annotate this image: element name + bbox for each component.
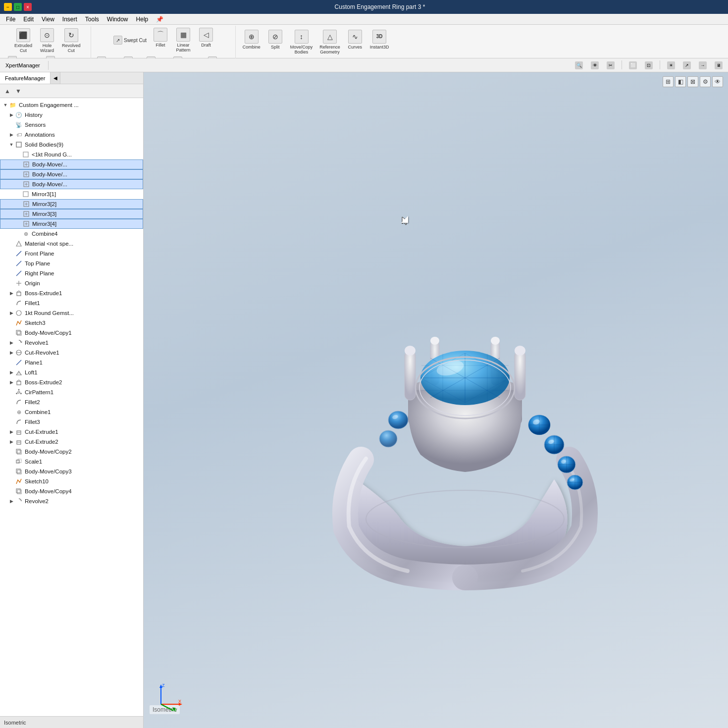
linear-pattern-button[interactable]: ▦ LinearPattern [172,27,194,53]
tree-item-mirror3-1[interactable]: ▶ Mirror3[1] [0,189,143,199]
tree-item-sketch3[interactable]: ▶ Sketch3 [0,318,143,328]
feature-tree[interactable]: ▼ 📁 Custom Engagement ... ▶ 🕐 History ▶ … [0,98,143,716]
view-orientation-button[interactable]: ⊞ [663,76,674,87]
tree-item-body-move-copy1[interactable]: ▶ Body-Move/Copy1 [0,328,143,338]
tree-item-body-move-copy4[interactable]: ▶ Body-Move/Copy4 [0,486,143,496]
history-expand[interactable]: ▶ [8,111,15,118]
tree-item-annotations[interactable]: ▶ 🏷 Annotations [0,130,143,140]
tree-item-mirror3-2[interactable]: ▶ Mirror3[2] [0,199,143,209]
draft-button[interactable]: ◁ Draft [195,27,217,53]
tree-item-body-move2[interactable]: ▶ Body-Move/... [0,169,143,179]
tree-item-1kt-round[interactable]: ▶ 1kt Round Gemst... [0,308,143,318]
combine-button[interactable]: ⊕ Combine [240,29,263,55]
tree-item-front-plane[interactable]: ▶ Front Plane [0,249,143,259]
hole-wizard-button[interactable]: ⊙ HoleWizard [36,27,58,54]
tree-item-material[interactable]: ▶ Material <not spe... [0,239,143,249]
curves-button[interactable]: ∿ Curves [344,29,366,55]
select-tool-button[interactable]: ⬜ [626,60,639,70]
split-button[interactable]: ⊘ Split [264,29,286,55]
feature-manager-tab[interactable]: FeatureManager [0,72,51,84]
tree-item-combine1[interactable]: ▶ ⊕ Combine1 [0,407,143,417]
view-settings-button[interactable]: ⚙ [700,76,711,87]
light-tool-button[interactable]: ☀ [665,60,677,70]
revolve1-expand[interactable]: ▶ [8,339,15,346]
tree-item-right-plane[interactable]: ▶ Right Plane [0,268,143,278]
cut-extrude2-expand[interactable]: ▶ [8,438,15,445]
solid-bodies-expand[interactable]: ▼ [8,141,15,148]
collapse-all-button[interactable]: ▲ [3,87,12,96]
tree-item-fillet2[interactable]: ▶ Fillet2 [0,397,143,407]
menu-pin[interactable]: 📌 [152,15,167,24]
instant3d-button[interactable]: 3D Instant3D [367,29,392,55]
xpert-manager-tab[interactable]: XpertManager [3,61,43,69]
tree-item-revolve1[interactable]: ▶ Revolve1 [0,338,143,348]
move-copy-button[interactable]: ↕ Move/CopyBodies [287,29,316,55]
tree-item-sketch10[interactable]: ▶ Sketch10 [0,476,143,486]
section-view-button[interactable]: ⊠ [687,76,698,87]
swept-cut-button[interactable]: ↗ Swept Cut [111,27,149,53]
tree-item-mirror3-4[interactable]: ▶ Mirror3[4] [0,219,143,229]
annotations-expand[interactable]: ▶ [8,131,15,138]
tree-item-solid-bodies[interactable]: ▼ Solid Bodies(9) [0,140,143,150]
menu-window[interactable]: Window [103,15,132,24]
tree-item-combine4[interactable]: ▶ ⊕ Combine4 [0,229,143,239]
extruded-cut-button[interactable]: ⬛ ExtrudedCut [11,27,35,54]
cut-revolve1-expand[interactable]: ▶ [8,349,15,356]
tree-item-body-move3[interactable]: ▶ Body-Move/... [0,179,143,189]
boss-extrude1-expand[interactable]: ▶ [8,290,15,297]
tree-item-top-plane[interactable]: ▶ Top Plane [0,259,143,268]
boss-extrude2-expand[interactable]: ▶ [8,379,15,386]
minimize-button[interactable]: − [4,3,12,11]
revolve2-expand[interactable]: ▶ [8,498,15,505]
reference-geometry-button[interactable]: △ ReferenceGeometry [316,29,343,55]
tree-item-fillet1[interactable]: ▶ Fillet1 [0,298,143,308]
tree-item-fillet3[interactable]: ▶ Fillet3 [0,417,143,427]
front-plane-icon [15,250,23,258]
menu-insert[interactable]: Insert [58,15,81,24]
tree-item-body-move-copy3[interactable]: ▶ Body-Move/Copy3 [0,467,143,476]
close-button[interactable]: × [24,3,32,11]
revolved-cut-button[interactable]: ↻ RevolvedCut [59,27,84,54]
collapse-panel-button[interactable]: ◀ [51,72,60,84]
fillet-button[interactable]: ⌒ Fillet [150,27,171,53]
viewport[interactable]: ⊞ ◧ ⊠ ⚙ 👁 Isometric Z X Y [144,72,728,728]
tree-item-cir-pattern1[interactable]: ▶ CirPattern1 [0,387,143,397]
tree-item-boss-extrude1[interactable]: ▶ Boss-Extrude1 [0,288,143,298]
cut-extrude1-expand[interactable]: ▶ [8,428,15,435]
tree-item-scale1[interactable]: ▶ Scale1 [0,457,143,467]
menu-edit[interactable]: Edit [19,15,38,24]
expand-all-button[interactable]: ▼ [14,87,23,96]
menu-help[interactable]: Help [132,15,153,24]
rotate-tool-button[interactable]: ↗ [680,60,693,70]
tree-item-cut-extrude1[interactable]: ▶ Cut-Extrude1 [0,427,143,437]
display2-tool-button[interactable]: → [696,60,709,70]
maximize-button[interactable]: □ [14,3,22,11]
menu-tools[interactable]: Tools [81,15,103,24]
root-expand[interactable]: ▼ [2,102,9,108]
hide-show-button[interactable]: 👁 [712,76,723,87]
tree-item-revolve2[interactable]: ▶ Revolve2 [0,496,143,506]
tree-root[interactable]: ▼ 📁 Custom Engagement ... [0,100,143,110]
tree-item-history[interactable]: ▶ 🕐 History [0,110,143,120]
tree-item-cut-extrude2[interactable]: ▶ Cut-Extrude2 [0,437,143,447]
tree-item-origin[interactable]: ▶ Origin [0,278,143,288]
1kt-round-expand[interactable]: ▶ [8,310,15,316]
tree-item-body-move1[interactable]: ▶ Body-Move/... [0,159,143,169]
search-tool-button[interactable]: 🔍 [572,60,585,70]
tree-item-boss-extrude2[interactable]: ▶ Boss-Extrude2 [0,377,143,387]
menu-view[interactable]: View [38,15,58,24]
tree-item-loft1[interactable]: ▶ Loft1 [0,367,143,377]
tree-item-body-move-copy2[interactable]: ▶ Body-Move/Copy2 [0,447,143,457]
menu-file[interactable]: File [2,15,19,24]
tree-item-plane1[interactable]: ▶ Plane1 [0,358,143,367]
tree-item-sensors[interactable]: ▶ 📡 Sensors [0,120,143,130]
tree-item-body-1kt[interactable]: ▶ <1kt Round G... [0,150,143,159]
cut-tool-button[interactable]: ✂ [604,60,617,70]
display-style-button[interactable]: ◧ [675,76,686,87]
display-tool-button[interactable]: ⊡ [642,60,655,70]
tree-item-cut-revolve1[interactable]: ▶ Cut-Revolve1 [0,348,143,358]
loft1-expand[interactable]: ▶ [8,369,15,376]
view-tool-button[interactable]: 👁 [588,60,601,70]
tree-item-mirror3-3[interactable]: ▶ Mirror3[3] [0,209,143,219]
monitor-tool-button[interactable]: 🖥 [712,60,725,70]
